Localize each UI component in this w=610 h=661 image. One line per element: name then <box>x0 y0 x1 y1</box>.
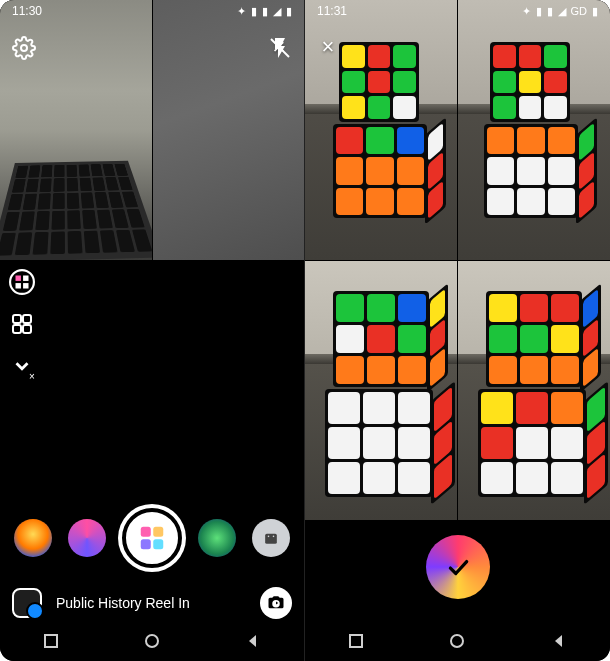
close-icon[interactable]: × <box>315 34 341 60</box>
layout-grid: × <box>305 0 610 520</box>
nav-recent-icon[interactable] <box>348 633 364 653</box>
signal-icon: ▮ <box>262 5 268 18</box>
story-mode-bar: Public History Reel In <box>0 581 304 625</box>
svg-rect-18 <box>45 635 57 647</box>
rubiks-cube <box>339 42 419 122</box>
rubiks-cube <box>486 291 582 387</box>
svg-rect-14 <box>153 539 163 549</box>
svg-point-0 <box>21 45 27 51</box>
keyboard-visual <box>0 161 152 260</box>
left-screenshot: 11:30 ✦ ▮ ▮ ◢ ▮ <box>0 0 305 661</box>
shutter-button[interactable] <box>122 508 182 568</box>
rubiks-cube <box>333 124 427 218</box>
signal-icon: ▮ <box>251 5 257 18</box>
svg-rect-12 <box>153 527 163 537</box>
story-tool-stack: × <box>8 268 36 380</box>
layout-slot-4[interactable] <box>153 261 305 521</box>
rubiks-cube <box>490 42 570 122</box>
close-badge-icon: × <box>26 370 38 382</box>
rubiks-cube <box>325 389 433 497</box>
effect-thumb-4[interactable] <box>252 519 290 557</box>
carrier-label: GD <box>571 5 588 17</box>
svg-rect-9 <box>13 325 21 333</box>
grid-select-icon[interactable] <box>8 310 36 338</box>
wifi-icon: ◢ <box>273 5 281 18</box>
svg-rect-4 <box>23 276 28 281</box>
battery-icon: ▮ <box>592 5 598 18</box>
svg-rect-20 <box>350 635 362 647</box>
nav-home-icon[interactable] <box>144 633 160 653</box>
android-navbar <box>0 625 304 661</box>
android-navbar <box>305 625 610 661</box>
svg-point-16 <box>268 536 270 538</box>
svg-point-21 <box>451 635 463 647</box>
wifi-icon: ◢ <box>558 5 566 18</box>
effect-thumb-3[interactable] <box>198 519 236 557</box>
status-icons: ✦ ▮ ▮ ◢ GD ▮ <box>522 5 599 18</box>
svg-rect-7 <box>13 315 21 323</box>
svg-rect-13 <box>141 539 151 549</box>
bluetooth-icon: ✦ <box>522 5 531 18</box>
nav-home-icon[interactable] <box>449 633 465 653</box>
flash-off-icon[interactable] <box>268 36 292 60</box>
svg-rect-11 <box>141 527 151 537</box>
layout-slot-4[interactable] <box>458 261 610 521</box>
check-icon <box>445 554 471 580</box>
nav-back-icon[interactable] <box>245 633 261 653</box>
right-screenshot: 11:31 ✦ ▮ ▮ ◢ GD ▮ <box>305 0 610 661</box>
signal-icon: ▮ <box>547 5 553 18</box>
camera-switch-button[interactable] <box>260 587 292 619</box>
svg-point-17 <box>273 536 275 538</box>
layout-slot-3[interactable] <box>305 261 457 521</box>
layout-grid: × <box>0 0 304 520</box>
battery-icon: ▮ <box>286 5 292 18</box>
signal-icon: ▮ <box>536 5 542 18</box>
svg-rect-10 <box>23 325 31 333</box>
svg-rect-15 <box>265 534 277 544</box>
status-icons: ✦ ▮ ▮ ◢ ▮ <box>237 5 292 18</box>
layout-tool-icon[interactable]: × <box>8 268 36 296</box>
confirm-button[interactable] <box>430 539 486 595</box>
svg-rect-5 <box>16 283 21 288</box>
clock: 11:31 <box>317 4 347 18</box>
svg-rect-6 <box>23 283 28 288</box>
effect-carousel <box>0 505 304 571</box>
effect-thumb-2[interactable] <box>68 519 106 557</box>
svg-rect-3 <box>16 276 21 281</box>
rubiks-cube <box>333 291 429 387</box>
svg-point-2 <box>10 270 34 294</box>
status-bar-left: 11:30 ✦ ▮ ▮ ◢ ▮ <box>0 0 304 22</box>
layout-slot-1[interactable]: × <box>305 0 457 260</box>
nav-back-icon[interactable] <box>551 633 567 653</box>
status-bar-right: 11:31 ✦ ▮ ▮ ◢ GD ▮ <box>305 0 610 22</box>
effect-thumb-1[interactable] <box>14 519 52 557</box>
svg-point-19 <box>146 635 158 647</box>
bluetooth-icon: ✦ <box>237 5 246 18</box>
clock: 11:30 <box>12 4 42 18</box>
mode-labels[interactable]: Public History Reel In <box>56 595 246 611</box>
rubiks-cube <box>484 124 578 218</box>
settings-gear-icon[interactable] <box>12 36 36 60</box>
layout-slot-2[interactable] <box>458 0 610 260</box>
your-story-button[interactable] <box>12 588 42 618</box>
rubiks-cube <box>478 389 586 497</box>
nav-recent-icon[interactable] <box>43 633 59 653</box>
svg-rect-8 <box>23 315 31 323</box>
